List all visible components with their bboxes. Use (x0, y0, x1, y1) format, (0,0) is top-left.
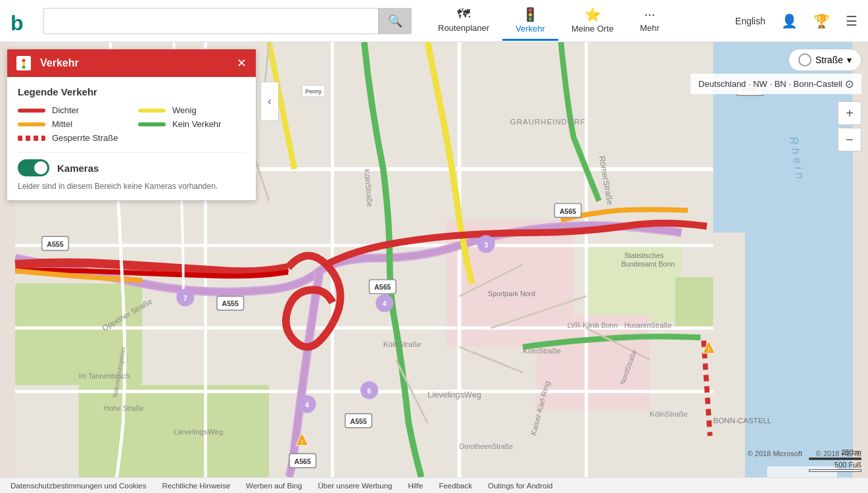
footer-link-outings[interactable]: Outings for Android (488, 482, 552, 490)
svg-text:Sportpark Nord: Sportpark Nord (488, 290, 535, 298)
location-target-icon[interactable]: ⊙ (845, 78, 854, 90)
svg-point-83 (22, 63, 26, 66)
map-controls: + − (838, 101, 861, 151)
nav-items: 🗺 Routenplaner 🚦 Verkehr ⭐ Meine Orte ··… (425, 1, 673, 41)
camera-note: Leider sind in diesem Bereich keine Kame… (18, 182, 245, 191)
svg-text:Penny: Penny (305, 88, 322, 95)
svg-text:A555: A555 (222, 299, 239, 307)
svg-text:4: 4 (383, 299, 387, 307)
routenplaner-icon: 🗺 (457, 7, 470, 22)
svg-text:7: 7 (183, 294, 187, 302)
svg-text:HusarenStraße: HusarenStraße (624, 321, 671, 329)
svg-text:KölnStraße: KölnStraße (650, 410, 688, 418)
svg-text:!: ! (301, 438, 303, 445)
svg-rect-4 (745, 220, 853, 477)
verkehr-icon: 🚦 (522, 7, 539, 22)
panel-divider (18, 152, 245, 153)
legend-item-dichter: Dichter (18, 105, 125, 115)
legend-label-dichter: Dichter (52, 105, 79, 115)
nav-item-verkehr[interactable]: 🚦 Verkehr (502, 1, 558, 41)
legend-color-yellow (138, 109, 166, 113)
nav-label-routenplaner: Routenplaner (438, 23, 489, 33)
svg-text:!: ! (708, 346, 710, 353)
map-container[interactable]: R h e i n (0, 42, 868, 477)
svg-text:Hohe Straße: Hohe Straße (104, 404, 143, 412)
nav-item-routenplaner[interactable]: 🗺 Routenplaner (425, 1, 502, 40)
svg-text:KölnStraße: KölnStraße (383, 340, 422, 348)
traffic-panel: Verkehr ✕ Legende Verkehr Dichter Wenig … (7, 49, 256, 201)
breadcrumb-text: Deutschland · NW · BN · Bonn-Castell (698, 79, 842, 89)
mehr-icon: ··· (644, 7, 656, 22)
svg-text:KölnStraße: KölnStraße (523, 347, 561, 355)
map-back-arrow[interactable]: ‹ (260, 82, 279, 121)
svg-text:A565: A565 (560, 207, 576, 215)
scale-line-top (809, 457, 861, 460)
svg-text:A555: A555 (350, 417, 366, 425)
header: b 🔍 🗺 Routenplaner 🚦 Verkehr ⭐ Meine Ort… (0, 0, 868, 42)
bing-logo[interactable]: b (8, 7, 37, 36)
legend-grid: Dichter Wenig Mittel Kein Verkehr Gesper… (18, 105, 245, 143)
map-type-icon (798, 53, 811, 66)
legend-label-mittel: Mittel (52, 119, 72, 129)
user-button[interactable]: 👤 (779, 11, 800, 32)
map-type-button[interactable]: Straße ▾ (788, 49, 861, 71)
footer-link-hilfe[interactable]: Hilfe (408, 482, 423, 490)
legend-item-gesperrte: Gesperrte Straße (18, 133, 125, 143)
legend-label-kein-verkehr: Kein Verkehr (172, 119, 221, 129)
svg-text:6: 6 (368, 387, 372, 395)
svg-text:LievelingsWeg: LievelingsWeg (174, 428, 223, 436)
panel-close-button[interactable]: ✕ (237, 56, 247, 70)
nav-item-meine-orte[interactable]: ⭐ Meine Orte (558, 1, 627, 41)
svg-text:LievelingsWeg: LievelingsWeg (427, 390, 481, 400)
svg-text:GRAURHEINDORF: GRAURHEINDORF (510, 118, 586, 126)
camera-toggle[interactable] (18, 159, 49, 176)
legend-color-orange (18, 122, 45, 126)
footer-link-feedback[interactable]: Feedback (439, 482, 472, 490)
legend-item-kein-verkehr: Kein Verkehr (138, 119, 245, 129)
svg-text:4: 4 (305, 401, 309, 409)
legend-item-wenig: Wenig (138, 105, 245, 115)
svg-point-84 (22, 66, 26, 69)
zoom-out-button[interactable]: − (838, 128, 861, 151)
svg-text:Bundesamt Bonn: Bundesamt Bonn (621, 260, 675, 268)
scale-label-500ft: 500 Fuß (809, 461, 861, 469)
nav-item-mehr[interactable]: ··· Mehr (627, 1, 673, 40)
meine-orte-icon: ⭐ (585, 7, 601, 22)
legend-color-dashed (18, 136, 45, 141)
zoom-in-button[interactable]: + (838, 101, 861, 125)
svg-point-82 (22, 59, 26, 63)
camera-row: Kameras (18, 159, 245, 176)
footer-link-rechtliche[interactable]: Rechtliche Hinweise (162, 482, 230, 490)
svg-text:A565: A565 (374, 283, 391, 291)
svg-rect-10 (675, 277, 713, 328)
svg-text:A565: A565 (295, 457, 311, 465)
ms-copyright: © 2018 Microsoft (748, 450, 802, 457)
footer-link-datenschutz[interactable]: Datenschutzbestimmungen und Cookies (11, 482, 146, 490)
map-type-selector: Straße ▾ (788, 49, 861, 71)
legend-color-green (138, 122, 166, 126)
footer: Datenschutzbestimmungen und Cookies Rech… (0, 477, 868, 493)
nav-label-verkehr: Verkehr (516, 24, 545, 34)
scale-line-bottom (809, 469, 861, 472)
traffic-icon (16, 56, 31, 70)
legend-title: Legende Verkehr (18, 86, 245, 97)
nav-label-meine-orte: Meine Orte (571, 24, 614, 34)
search-input[interactable] (44, 9, 378, 34)
footer-link-werbung[interactable]: Über unsere Werbung (318, 482, 392, 490)
rewards-button[interactable]: 🏆 (811, 11, 832, 32)
svg-text:LVR-Klinik Bonn: LVR-Klinik Bonn (567, 321, 618, 329)
panel-body: Legende Verkehr Dichter Wenig Mittel Kei… (7, 77, 256, 200)
language-button[interactable]: English (733, 13, 768, 29)
search-button[interactable]: 🔍 (378, 8, 411, 34)
svg-text:b: b (11, 11, 24, 35)
nav-label-mehr: Mehr (640, 23, 660, 33)
search-bar: 🔍 (43, 8, 412, 34)
footer-link-werben[interactable]: Werben auf Bing (246, 482, 302, 490)
camera-label: Kameras (57, 163, 99, 174)
right-nav: English 👤 🏆 ☰ (733, 11, 860, 32)
panel-header: Verkehr ✕ (7, 49, 256, 77)
legend-label-gesperrte: Gesperrte Straße (52, 133, 118, 143)
map-type-label: Straße (815, 55, 843, 65)
chevron-down-icon: ▾ (847, 55, 852, 65)
menu-button[interactable]: ☰ (843, 11, 860, 32)
